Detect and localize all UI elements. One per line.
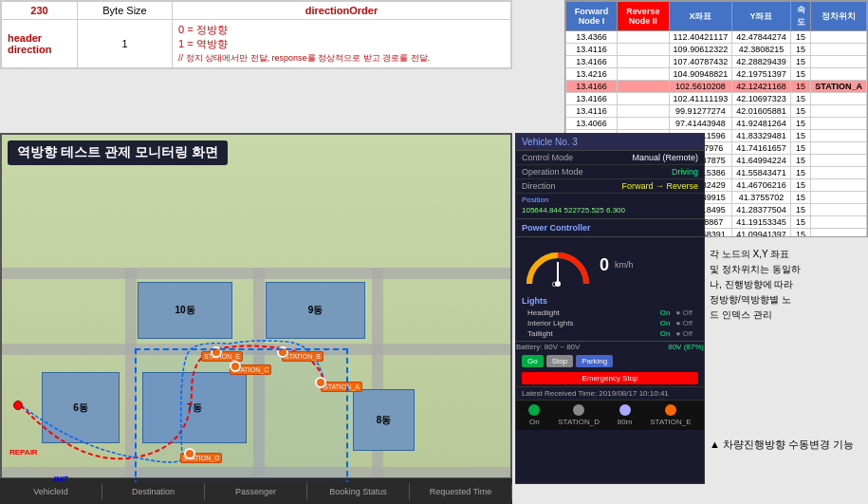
map-area: 6동 7동 8동 9동 10동 STATION_A STATION_B STAT… [0,133,512,484]
col-speed: 속도 [790,2,811,31]
building-9-label: 9동 [308,304,323,317]
data-cell-1-0: 13.4116 [566,44,618,56]
data-cell-10-4: 15 [790,155,811,167]
data-cell-9-3: 41.74161657 [732,142,791,155]
col-forward: Forward Node I [566,2,618,31]
data-cell-3-3: 42.19751397 [732,68,791,81]
data-cell-4-5: STATION_A [811,81,867,93]
data-cell-2-4: 15 [790,56,811,68]
headlight-off: ● Off [675,308,693,317]
direction-value: Forward → Reverse [621,181,698,191]
control-mode-value: Manual (Remote) [632,153,698,162]
data-cell-14-4: 15 [790,204,811,216]
status-vehicleid: VehicleId [0,483,102,500]
data-cell-6-3: 42.01605881 [732,105,791,118]
data-cell-2-2: 107.40787432 [669,56,732,68]
data-cell-7-0: 13.4066 [566,118,618,130]
data-cell-16-4: 15 [790,229,811,238]
station-dot-3 [619,404,631,416]
data-cell-2-0: 13.4166 [566,56,618,68]
init-marker: INIT [54,475,68,483]
data-cell-5-2: 102.41111193 [669,93,732,105]
battery-value: 80V (87%) [668,343,704,351]
data-cell-9-5 [811,142,867,155]
interior-label: Interior Lights [527,319,573,327]
building-8: 8동 [353,389,415,451]
data-cell-6-5 [811,105,867,118]
selection-box [135,348,348,484]
packet-number: 230 [2,2,78,20]
data-cell-3-1 [618,68,669,81]
go-button[interactable]: Go [522,355,544,367]
building-10: 10동 [138,282,232,339]
station-dot-1 [528,404,540,416]
direction-row: Direction Forward → Reverse [516,179,704,194]
header-direction-label: header direction [2,20,78,68]
speedometer-svg: 0 [520,241,596,289]
lights-section: Lights Headlight On ● Off Interior Light… [516,292,704,342]
station-ind-label-2: STATION_D [558,418,600,426]
interior-row: Interior Lights On ● Off [522,318,698,328]
data-cell-5-4: 15 [790,93,811,105]
battery-row: Battery: 80V ~ 80V 80V (87%) [516,342,704,352]
headlight-label: Headlight [527,308,560,317]
taillight-on: On [660,329,671,338]
data-cell-10-3: 41.64994224 [732,155,791,167]
parking-button[interactable]: Parking [576,355,613,367]
data-cell-14-5 [811,204,867,216]
control-buttons: Go Stop Parking [516,352,704,370]
position-label: Position [522,196,698,204]
operation-mode-row: Operation Mode Driving [516,165,704,179]
info-table: 230 Byte Size directionOrder header dire… [0,0,512,69]
status-passenger: Passenger [205,483,307,500]
node-annotation: 각 노드의 X,Y 좌표 및 정차위치는 동일하 나, 진행방향에 따라 정방향… [710,247,861,323]
status-destination: Destination [102,483,205,500]
data-cell-0-5 [811,31,867,44]
data-cell-7-4: 15 [790,118,811,130]
data-cell-7-2: 97.41443948 [669,118,732,130]
data-cell-3-2: 104.90948821 [669,68,732,81]
data-cell-6-4: 15 [790,105,811,118]
data-cell-6-2: 99.91277274 [669,105,732,118]
data-cell-13-5 [811,192,867,204]
data-cell-14-3: 41.28377504 [732,204,791,216]
interior-off: ● Off [675,319,693,327]
building-8-label: 8동 [377,414,392,427]
repair-marker: REPAIR [9,448,38,457]
data-cell-2-5 [811,56,867,68]
data-cell-4-3: 42.12421168 [732,81,791,93]
data-cell-4-2: 102.5610208 [669,81,732,93]
headlight-row: Headlight On ● Off [522,308,698,318]
data-cell-2-3: 42.28829439 [732,56,791,68]
latest-time: Latest Received Time: 2019/08/17 10:10:4… [516,386,704,400]
station-ind-label-1: On [529,418,540,426]
taillight-row: Taillight On ● Off [522,328,698,339]
data-cell-13-3: 41.3755702 [732,192,791,204]
building-6: 6동 [42,372,120,443]
direction-label: Direction [522,181,556,191]
direction-annotation: ▲ 차량진행방향 수동변경 기능 [710,438,854,452]
stop-button[interactable]: Stop [546,355,573,367]
speedometer-area: 0 0 km/h [516,237,704,292]
data-cell-0-3: 42.47844274 [732,31,791,44]
taillight-off: ● Off [675,329,693,338]
position-coords: 105644.844 522725.525 6.300 [522,204,698,216]
station-indicators: On STATION_D 80m STATION_E [516,400,704,430]
map-title: 역방향 테스트 관제 모니터링 화면 [8,140,228,165]
emergency-button[interactable]: Emergency Stop [522,372,698,384]
data-cell-1-1 [618,44,669,56]
data-cell-13-4: 15 [790,192,811,204]
station-ind-label-3: 80m [618,418,633,426]
col-reverse: Reverse Node II [618,2,669,31]
operation-mode-value: Driving [672,167,698,177]
col-station: 정차위치 [811,2,867,31]
data-cell-8-3: 41.83329481 [732,130,791,142]
station-dot-4 [665,404,676,416]
data-cell-8-5 [811,130,867,142]
control-mode-row: Control Mode Manual (Remote) [516,151,704,165]
data-cell-1-4: 15 [790,44,811,56]
taillight-label: Taillight [527,329,553,338]
data-cell-8-4: 15 [790,130,811,142]
data-cell-2-1 [618,56,669,68]
data-cell-3-4: 15 [790,68,811,81]
